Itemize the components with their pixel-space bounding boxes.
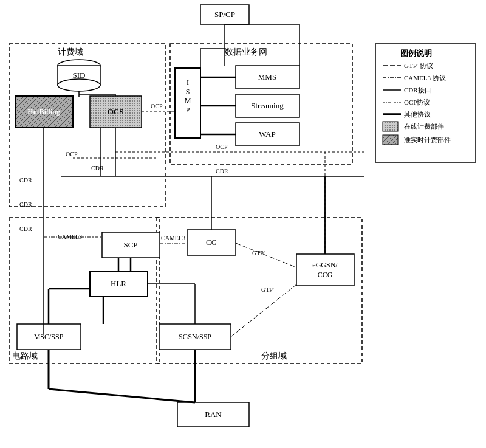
legend-quasi-swatch <box>383 135 398 145</box>
msc-ssp-label: MSC/SSP <box>34 333 64 341</box>
scp-label: SCP <box>123 240 137 249</box>
legend-online-swatch <box>383 122 398 131</box>
cdr-label-mid: CDR <box>91 165 104 171</box>
cdr-label-left3: CDR <box>19 226 32 232</box>
packet-label: 分组域 <box>261 351 287 360</box>
legend-title: 图例说明 <box>400 49 432 58</box>
ismp-s: S <box>186 88 190 96</box>
ocp-label-left: OCP <box>66 151 78 157</box>
cg-label: CG <box>206 238 217 247</box>
legend-online-label: 在线计费部件 <box>404 123 444 130</box>
legend-ocp-label: OCP协议 <box>404 98 430 106</box>
sid-bottom <box>58 79 100 91</box>
cdr-label-left1: CDR <box>19 177 32 184</box>
cdr-label-h: CDR <box>216 168 228 174</box>
eggsn-ccg-label1: eGGSN/ <box>312 261 338 269</box>
ocp-label2: OCP <box>216 143 228 150</box>
ismp-i: I <box>187 78 189 87</box>
circuit-label: 电路域 <box>12 351 38 360</box>
legend-camel3-label: CAMEL3 协议 <box>404 74 446 81</box>
data-service-label: 数据业务网 <box>225 47 267 57</box>
ran-label: RAN <box>205 410 222 419</box>
ismp-p: P <box>186 106 190 114</box>
sid-label: SID <box>73 71 86 80</box>
cg-eggsn-gtp <box>236 243 296 267</box>
gtp-label2: GTP' <box>261 286 274 293</box>
legend-other-label: 其他协议 <box>404 111 431 118</box>
sgsn-ssp-label: SGSN/SSP <box>179 333 211 341</box>
billing-label: 计费域 <box>58 47 83 57</box>
hlr-label: HLR <box>111 279 126 288</box>
ocs-label: OCS <box>108 107 124 116</box>
mms-label: MMS <box>258 72 276 81</box>
diagram-container: 计费域 数据业务网 电路域 分组域 SP/CP SID HotBilling O… <box>0 0 486 448</box>
msc-to-ran2 <box>49 389 195 402</box>
wap-label: WAP <box>259 129 275 139</box>
ocp-label1: OCP <box>151 103 163 109</box>
legend-gtp-label: GTP' 协议 <box>404 62 433 69</box>
eggsn-ccg-box <box>296 254 354 286</box>
gtp-label: GTP' <box>252 250 265 257</box>
cdr-label-left2: CDR <box>19 201 32 208</box>
camel3-label2: CAMEL3 <box>161 235 185 241</box>
legend-cdr-label: CDR接口 <box>404 86 431 94</box>
legend-quasi-label: 准实时计费部件 <box>404 136 451 143</box>
streaming-label: Streaming <box>251 101 284 110</box>
diagram-svg: 计费域 数据业务网 电路域 分组域 SP/CP SID HotBilling O… <box>0 0 486 448</box>
hotbilling-label: HotBilling <box>27 108 60 116</box>
ismp-m: M <box>185 97 191 105</box>
sp-cp-label: SP/CP <box>214 10 235 19</box>
eggsn-ccg-label2: CCG <box>318 271 333 279</box>
